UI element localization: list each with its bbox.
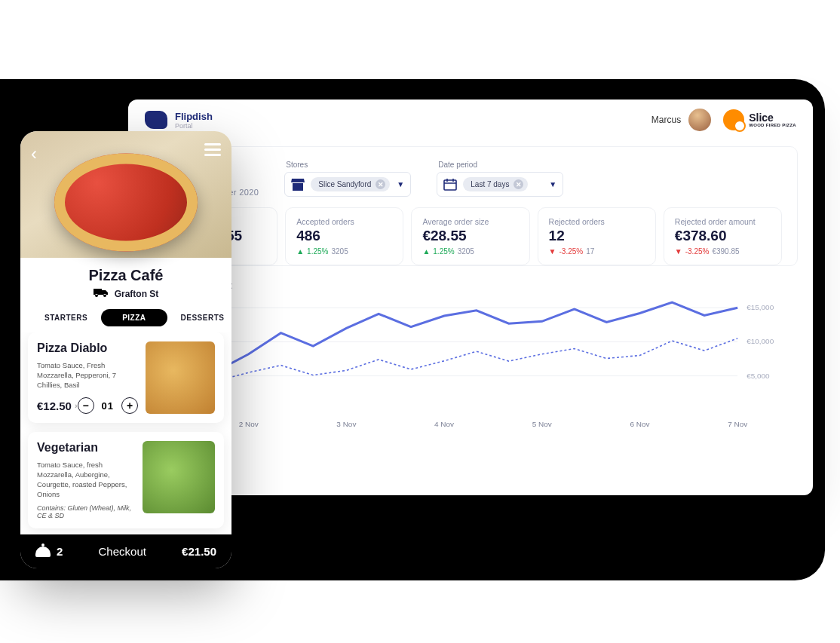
trend-down-icon: ▼ — [675, 247, 682, 256]
store-chip[interactable]: Slice Sandyford ✕ — [311, 177, 390, 191]
quantity-stepper: − 01 + — [78, 397, 138, 414]
trend-down-icon: ▼ — [549, 247, 556, 256]
avatar[interactable] — [688, 109, 711, 131]
item-contains: Contains: Gluten (Wheat), Milk, CE & SD — [37, 504, 135, 519]
item-name: Vegetarian — [37, 441, 135, 455]
qty-value: 01 — [102, 400, 114, 412]
qty-minus-button[interactable]: − — [78, 397, 94, 414]
calendar-icon — [443, 179, 457, 191]
svg-text:4 Nov: 4 Nov — [434, 420, 454, 428]
svg-text:2 Nov: 2 Nov — [239, 420, 259, 428]
item-image — [143, 441, 215, 513]
cart-total: €21.50 — [182, 545, 216, 558]
kpi-value: €28.55 — [422, 228, 518, 244]
chip-remove-icon[interactable]: ✕ — [514, 179, 523, 189]
svg-text:€10,000: €10,000 — [746, 337, 774, 345]
qty-plus-button[interactable]: + — [121, 397, 138, 414]
item-desc: Tomato Sauce, Fresh Mozzarella, Pepperon… — [37, 361, 138, 390]
partner-logo: Slice WOOD FIRED PIZZA — [723, 109, 796, 130]
svg-text:6 Nov: 6 Nov — [630, 420, 649, 428]
store-location: Grafton St — [20, 287, 231, 300]
user-name: Marcus — [651, 115, 681, 125]
menu-item-card[interactable]: Vegetarian Tomato Sauce, fresh Mozzarell… — [28, 432, 224, 528]
svg-rect-0 — [444, 180, 456, 190]
kpi-label: Average order size — [422, 217, 518, 226]
cart-bar[interactable]: 2 Checkout €21.50 — [20, 534, 231, 568]
kpi-delta: ▼-3.25%€390.85 — [675, 247, 771, 256]
chevron-down-icon: ▼ — [397, 180, 404, 188]
kpi-card: Rejected orders12▼-3.25%17 — [538, 207, 656, 265]
kpi-value: €378.60 — [675, 228, 771, 244]
cart-count: 2 — [35, 545, 63, 558]
kpi-value: 486 — [296, 228, 392, 244]
kpi-delta: ▲1.25%3205 — [296, 247, 392, 256]
flipdish-logo-icon — [145, 111, 167, 129]
store-chip-label: Slice Sandyford — [318, 180, 371, 188]
chart-section: Total order amount €5,000€10,000€15,0001… — [143, 280, 798, 436]
cloche-icon — [35, 547, 51, 557]
kpi-label: Rejected orders — [549, 217, 645, 226]
brand-sub: Portal — [175, 122, 213, 130]
kpi-card: Rejected order amount€378.60▼-3.25%€390.… — [664, 207, 782, 265]
orders-line-chart: €5,000€10,000€15,0001 Nov2 Nov3 Nov4 Nov… — [143, 297, 798, 433]
store-title: Pizza Café — [20, 267, 231, 284]
kpi-delta: ▼-3.25%17 — [549, 247, 645, 256]
orders-card: Orders 1st - 7th November 2020 Stores Sl… — [143, 146, 798, 266]
kpi-value: 12 — [549, 228, 645, 244]
kpi-card: Average order size€28.55▲1.25%3205 — [411, 207, 529, 265]
store-icon — [291, 179, 305, 191]
date-chip[interactable]: Last 7 days ✕ — [463, 177, 528, 191]
slice-logo-icon — [723, 109, 744, 130]
tab-pizza[interactable]: PIZZA — [101, 309, 167, 326]
chip-remove-icon[interactable]: ✕ — [376, 179, 385, 189]
checkout-label: Checkout — [73, 545, 171, 558]
partner-name: Slice — [749, 112, 796, 123]
svg-text:€15,000: €15,000 — [746, 303, 774, 311]
hamburger-menu-icon[interactable] — [204, 143, 221, 156]
svg-text:7 Nov: 7 Nov — [728, 420, 747, 428]
date-chip-label: Last 7 days — [471, 180, 509, 188]
menu-item-card[interactable]: Pizza Diablo Tomato Sauce, Fresh Mozzare… — [28, 332, 224, 423]
kpi-label: Accepted orders — [296, 217, 392, 226]
delivery-truck-icon — [94, 287, 109, 300]
brand-name: Flipdish — [175, 111, 213, 122]
category-tabs: STARTERSPIZZADESSERTS — [31, 309, 221, 326]
tab-desserts[interactable]: DESSERTS — [167, 309, 231, 326]
kpi-card: Accepted orders486▲1.25%3205 — [285, 207, 403, 265]
trend-up-icon: ▲ — [296, 247, 304, 256]
hero-image: ‹ — [20, 131, 231, 258]
kpi-row: Order amount€14,365.55▲1.25%3205Accepted… — [159, 207, 782, 265]
dashboard-header: Flipdish Portal Marcus Slice WOOD FIRED … — [128, 100, 813, 140]
item-image — [146, 341, 215, 414]
trend-up-icon: ▲ — [422, 247, 430, 256]
stores-label: Stores — [286, 161, 411, 169]
menu-items[interactable]: Pizza Diablo Tomato Sauce, Fresh Mozzare… — [20, 332, 231, 534]
partner-sub: WOOD FIRED PIZZA — [749, 123, 796, 127]
svg-text:€5,000: €5,000 — [746, 372, 770, 380]
stores-selector[interactable]: Stores Slice Sandyford ✕ ▼ — [284, 161, 411, 197]
item-desc: Tomato Sauce, fresh Mozzarella, Aubergin… — [37, 461, 135, 499]
date-selector[interactable]: Date period Last 7 days ✕ ▼ — [437, 161, 563, 197]
svg-text:3 Nov: 3 Nov — [336, 420, 356, 428]
tab-starters[interactable]: STARTERS — [31, 309, 101, 326]
store-location-text: Grafton St — [115, 289, 159, 299]
mobile-app: ‹ Pizza Café Grafton St STARTERSPIZZADES… — [20, 131, 231, 568]
item-price[interactable]: €12.50 › — [37, 400, 78, 412]
item-name: Pizza Diablo — [37, 341, 138, 355]
kpi-delta: ▲1.25%3205 — [422, 247, 518, 256]
chevron-down-icon: ▼ — [549, 180, 556, 188]
kpi-label: Rejected order amount — [675, 217, 771, 226]
chart-title: Total order amount — [143, 280, 798, 291]
svg-text:5 Nov: 5 Nov — [532, 420, 552, 428]
back-button[interactable]: ‹ — [31, 143, 37, 164]
date-label: Date period — [438, 161, 563, 169]
